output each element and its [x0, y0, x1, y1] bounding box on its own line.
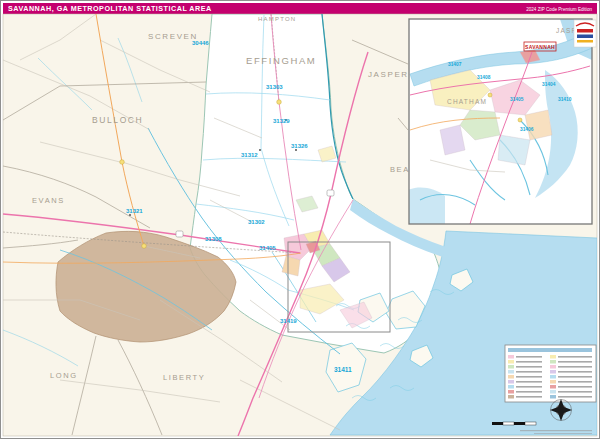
zip-label: 31326	[291, 143, 308, 149]
zip-label: 31411	[334, 366, 352, 373]
inset-county-label: CHATHAM	[447, 98, 487, 105]
state-route-shield-icon	[277, 100, 282, 105]
county-label: BULLOCH	[92, 115, 143, 125]
zip-label: 30446	[192, 40, 209, 46]
inset-zip-label: 31410	[558, 97, 572, 102]
state-route-shield-icon	[120, 160, 125, 165]
inset-zip-label: 31405	[510, 97, 524, 102]
header-bar: SAVANNAH, GA METROPOLITAN STATISTICAL AR…	[3, 3, 597, 14]
county-label: LONG	[50, 371, 78, 380]
inset-zip-label: 31407	[448, 62, 462, 67]
county-label: EFFINGHAM	[246, 55, 316, 66]
county-label: EVANS	[32, 196, 65, 205]
interstate-shield-icon	[327, 190, 334, 196]
county-label: HAMPTON	[258, 16, 296, 22]
inset-city-label: SAVANNAH	[525, 44, 555, 50]
state-route-shield-icon	[518, 118, 522, 122]
publisher-logo	[574, 20, 596, 47]
zip-label: 31308	[205, 236, 222, 242]
legend-rows	[508, 355, 592, 399]
zip-label: 31419	[280, 318, 297, 324]
inset-zip-label: 31404	[542, 82, 556, 87]
scale-bar	[492, 422, 536, 425]
map-canvas: SAVANNAH, GA METROPOLITAN STATISTICAL AR…	[0, 0, 600, 439]
inset-map: SAVANNAH JASPER CHATHAM 31407 31408 3140…	[408, 19, 592, 224]
edition-label: 2024 ZIP Code Premium Edition	[526, 7, 592, 12]
state-route-shield-icon	[142, 244, 147, 249]
county-label: SCREVEN	[148, 32, 198, 41]
inset-zip-label: 31406	[520, 127, 534, 132]
zip-label: 31329	[273, 118, 290, 124]
map-poster: SAVANNAH, GA METROPOLITAN STATISTICAL AR…	[0, 0, 600, 439]
state-route-shield-icon	[488, 93, 492, 97]
zip-label: 31405	[259, 245, 276, 251]
legend	[505, 345, 596, 402]
county-label: LIBERTY	[163, 373, 205, 382]
zip-label: 31302	[248, 219, 265, 225]
zip-label: 31303	[266, 84, 283, 90]
legend-header	[508, 348, 592, 352]
county-label: JASPER	[368, 70, 409, 79]
zip-label: 31321	[126, 208, 143, 214]
zip-label: 31312	[241, 152, 258, 158]
map-title: SAVANNAH, GA METROPOLITAN STATISTICAL AR…	[8, 4, 212, 13]
interstate-shield-icon	[176, 231, 183, 237]
inset-zip-label: 31408	[477, 75, 491, 80]
